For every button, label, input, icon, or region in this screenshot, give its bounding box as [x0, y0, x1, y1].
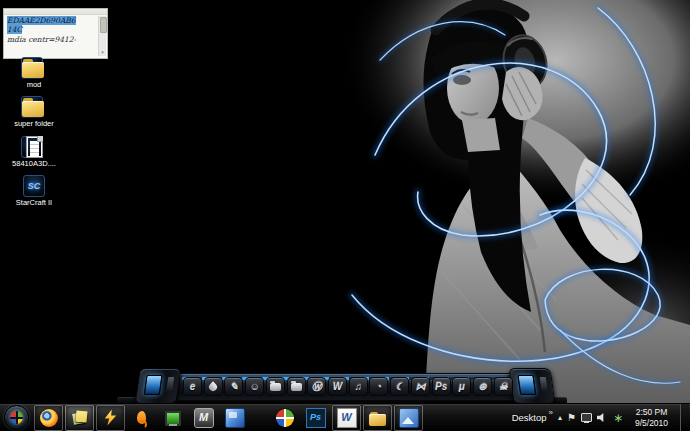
dock-folder-2[interactable] — [287, 377, 306, 396]
volume-icon[interactable] — [597, 413, 608, 423]
pen-icon: ✎ — [230, 382, 238, 392]
word-doc-icon: W — [337, 408, 357, 428]
tools-icon: ⋈ — [415, 382, 425, 392]
dock-skull[interactable]: ☠ — [494, 377, 513, 396]
dock-left-cap — [134, 368, 181, 404]
taskbar-media-center[interactable] — [270, 405, 299, 431]
dock-pen[interactable]: ✎ — [224, 377, 243, 396]
dock-music[interactable]: ♫ — [349, 377, 368, 396]
dock-w-circle[interactable]: Ⓦ — [307, 377, 326, 396]
lightning-icon — [102, 409, 120, 427]
w-circle-icon: Ⓦ — [312, 382, 322, 392]
taskbar-image-viewer[interactable] — [394, 405, 423, 431]
taskbar: M Ps W — [0, 403, 690, 431]
blue-monitor-icon — [225, 408, 245, 428]
dock-cap-detail — [540, 377, 548, 391]
dock-right-cap — [508, 368, 555, 404]
crescent-claw-icon: ☾ — [395, 382, 404, 392]
mask-icon: ☺ — [250, 382, 260, 392]
desktop-icon-super-folder[interactable]: super folder — [2, 96, 66, 128]
photoshop-icon: Ps — [306, 408, 326, 428]
sticky-note-text[interactable]: EDAAE2D690AB6 14C mdia centr=9412- — [4, 15, 107, 44]
icon-glyph: SC — [23, 175, 45, 197]
desktop-icon-label: mod — [27, 81, 42, 89]
desktop-icon-label: 58410A3D.... — [12, 160, 56, 168]
dock-folder-1[interactable] — [266, 377, 285, 396]
wallpaper-image — [0, 0, 690, 404]
dock-utorrent[interactable]: μ — [452, 377, 471, 396]
dock-tools[interactable]: ⋈ — [411, 377, 430, 396]
folder-icon — [21, 96, 47, 118]
taskbar-blue-monitor-app[interactable] — [220, 405, 249, 431]
monitor-icon — [164, 409, 182, 427]
dock-mask[interactable]: ☺ — [245, 377, 264, 396]
utorrent-icon: μ — [459, 382, 465, 392]
dock-icon-list: e ✎ ☺ — [183, 377, 513, 396]
photoshop-icon: Ps — [435, 382, 447, 392]
desktop-icon-mod[interactable]: mod — [2, 57, 66, 89]
m-badge-icon: M — [194, 408, 214, 428]
dock-reel[interactable]: ⊛ — [473, 377, 492, 396]
toolbar-chevron-icon[interactable]: » — [549, 408, 553, 417]
dock-e-browser[interactable]: e — [183, 377, 202, 396]
folder-icon — [21, 57, 47, 79]
sticky-note-scrollbar[interactable]: ▾ — [98, 16, 106, 56]
scrollbar-down-arrow-icon[interactable]: ▾ — [100, 50, 105, 55]
sticky-note[interactable]: EDAAE2D690AB6 14C mdia centr=9412- ▾ — [3, 8, 108, 59]
reel-icon: ⊛ — [478, 382, 486, 392]
desktop-icon-list: mod super folder 58410A3D.... SC StarCra… — [2, 57, 66, 214]
taskbar-photoshop[interactable]: Ps — [301, 405, 330, 431]
desktop-surface: EDAAE2D690AB6 14C mdia centr=9412- ▾ mod… — [0, 0, 690, 431]
folder-silver-icon — [291, 383, 302, 391]
sticky-note-selected-text-line2: 14C — [7, 25, 22, 34]
e-logo-icon: e — [190, 382, 196, 392]
taskbar-messenger[interactable] — [127, 405, 156, 431]
clock-date: 9/5/2010 — [628, 418, 675, 429]
taskbar-m-app[interactable]: M — [189, 405, 218, 431]
taskbar-sticky-notes[interactable] — [65, 405, 94, 431]
dock-photoshop[interactable]: Ps — [432, 377, 451, 396]
folder-silver-icon — [270, 383, 281, 391]
taskbar-clock[interactable]: 2:50 PM 9/5/2010 — [628, 407, 675, 428]
desktop-icon-text-file[interactable]: 58410A3D.... — [2, 136, 66, 168]
dock-crescent[interactable]: ☾ — [390, 377, 409, 396]
windows-flag-icon — [10, 411, 23, 424]
desktop-icon-label: StarCraft II — [16, 199, 52, 207]
dock: e ✎ ☺ — [137, 368, 553, 404]
action-center-flag-icon[interactable]: ⚑ — [567, 413, 576, 423]
sticky-notes-icon — [71, 409, 89, 427]
taskbar-explorer[interactable] — [363, 405, 392, 431]
network-monitor-glyph — [581, 413, 592, 422]
scrollbar-thumb[interactable] — [100, 17, 107, 33]
network-icon[interactable] — [581, 413, 592, 422]
dock-w-square[interactable]: W — [328, 377, 347, 396]
dock-droplet[interactable] — [204, 377, 223, 396]
icon-glyph — [21, 57, 43, 79]
folder-icon — [369, 409, 387, 427]
speaker-glyph — [597, 413, 608, 423]
taskbar-firefox[interactable] — [34, 405, 63, 431]
desktop-toolbar-label[interactable]: Desktop — [512, 412, 547, 423]
dock-cap-screen — [517, 375, 536, 395]
dock-clock[interactable]: ◔ — [369, 377, 388, 396]
hidden-icons-arrow-icon[interactable]: ▴ — [558, 413, 562, 422]
taskbar-system-monitor[interactable] — [158, 405, 187, 431]
music-note-icon: ♫ — [355, 382, 363, 392]
dock-cap-detail — [166, 377, 174, 391]
icon-glyph — [21, 136, 43, 158]
seahorse-icon — [133, 409, 151, 427]
icon-glyph — [21, 96, 43, 118]
desktop-icon-starcraft2[interactable]: SC StarCraft II — [2, 175, 66, 207]
starcraft2-icon: SC — [21, 175, 47, 197]
droplet-icon — [208, 381, 219, 392]
show-desktop-button[interactable] — [680, 404, 689, 431]
taskbar-word-document[interactable]: W — [332, 405, 361, 431]
desktop-icon-label: super folder — [14, 120, 54, 128]
start-button[interactable] — [4, 405, 29, 430]
taskbar-lightning-app[interactable] — [96, 405, 125, 431]
dock-cap-screen — [144, 375, 163, 395]
system-tray: Desktop » ▴ ⚑ ∗ 2:50 PM 9/5/2010 — [512, 404, 690, 431]
tray-app-pinwheel-icon[interactable]: ∗ — [613, 412, 623, 424]
w-square-icon: W — [333, 382, 342, 392]
image-viewer-icon — [399, 408, 419, 428]
